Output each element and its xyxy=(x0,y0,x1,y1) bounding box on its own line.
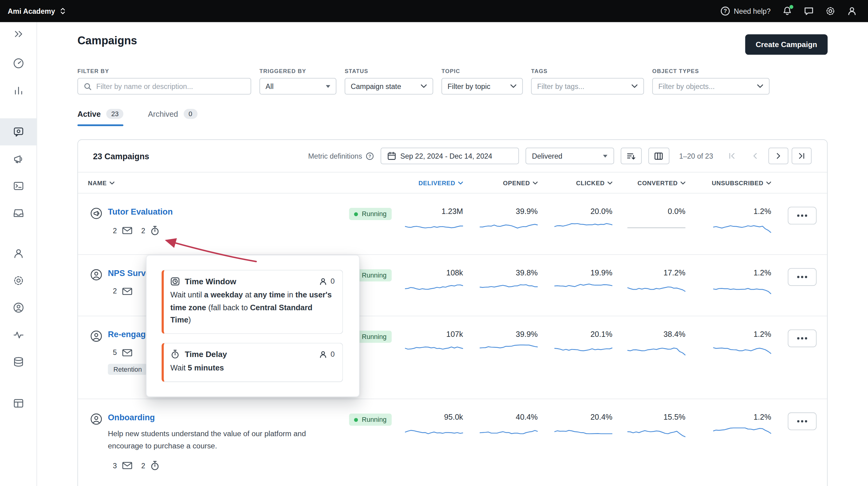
status-select[interactable]: Campaign state xyxy=(345,78,433,94)
email-icon[interactable] xyxy=(122,287,132,295)
tags-select[interactable]: Filter by tags... xyxy=(531,78,644,94)
metric-definitions-link[interactable]: Metric definitions ? xyxy=(308,152,374,160)
user-icon[interactable] xyxy=(847,6,857,16)
database-icon xyxy=(12,356,24,368)
column-header-converted[interactable]: CONVERTED xyxy=(612,180,685,186)
sidebar-expand-button[interactable] xyxy=(0,22,37,45)
triggered-by-select[interactable]: All xyxy=(259,78,336,94)
date-range-value: Sep 22, 2024 - Dec 14, 2024 xyxy=(400,152,492,160)
campaign-type-icon xyxy=(90,413,102,425)
svg-text:?: ? xyxy=(723,8,727,14)
status-cell: Running xyxy=(349,412,391,425)
chevron-left-icon xyxy=(751,152,760,160)
time-delay-icon xyxy=(170,349,180,359)
table-header-row: NAME DELIVERED OPENED CLICKED CONVE xyxy=(78,172,827,193)
previous-page-button[interactable] xyxy=(745,148,765,164)
sidebar-item-objects[interactable] xyxy=(0,349,37,376)
delay-count: 2 xyxy=(141,226,145,235)
person-circle-icon xyxy=(12,302,24,314)
page-title: Campaigns xyxy=(78,34,137,47)
opened-value: 39.9% xyxy=(516,207,538,216)
campaigns-icon xyxy=(12,126,24,137)
sidebar-item-people[interactable] xyxy=(0,240,37,267)
time-window-title: Time Window xyxy=(185,277,236,286)
topic-label: TOPIC xyxy=(441,68,523,74)
column-header-delivered[interactable]: DELIVERED xyxy=(391,180,463,186)
chevron-first-icon xyxy=(727,152,737,160)
chevron-down-icon xyxy=(766,181,771,184)
activity-pulse-icon xyxy=(12,329,24,341)
column-settings-button[interactable] xyxy=(648,148,669,164)
email-count: 3 xyxy=(113,461,117,470)
search-filter[interactable] xyxy=(78,78,251,94)
topic-select[interactable]: Filter by topic xyxy=(441,78,523,94)
time-delay-icon[interactable] xyxy=(151,461,160,471)
triggered-by-value: All xyxy=(266,82,273,91)
tab-active[interactable]: Active 23 xyxy=(78,109,124,126)
sidebar-item-deliveries[interactable] xyxy=(0,200,37,227)
sidebar-item-campaigns[interactable] xyxy=(0,118,37,145)
sort-order-button[interactable] xyxy=(621,148,642,164)
sidebar-item-broadcasts[interactable] xyxy=(0,145,37,173)
email-icon[interactable] xyxy=(122,462,132,469)
campaigns-table-card: 23 Campaigns Metric definitions ? Sep 22… xyxy=(78,139,828,486)
converted-value: 17.2% xyxy=(663,268,685,277)
gear-icon[interactable] xyxy=(826,6,836,16)
row-actions-button[interactable] xyxy=(788,329,817,347)
campaign-description: Help new students understand the value o… xyxy=(108,428,330,452)
date-range-picker[interactable]: Sep 22, 2024 - Dec 14, 2024 xyxy=(380,148,519,164)
chevron-down-icon xyxy=(631,84,638,88)
sidebar-item-segments[interactable] xyxy=(0,267,37,294)
campaign-type-icon xyxy=(90,269,102,281)
unsubscribed-value: 1.2% xyxy=(754,329,771,338)
column-header-opened[interactable]: OPENED xyxy=(463,180,538,186)
row-actions-button[interactable] xyxy=(788,207,817,224)
delivered-value: 108k xyxy=(446,268,463,277)
create-campaign-button[interactable]: Create Campaign xyxy=(745,34,828,55)
svg-text:?: ? xyxy=(368,153,371,158)
object-types-select[interactable]: Filter by objects... xyxy=(652,78,770,94)
converted-value: 0.0% xyxy=(668,207,685,216)
next-page-button[interactable] xyxy=(768,148,788,164)
campaign-name-link[interactable]: Tutor Evaluation xyxy=(108,207,173,216)
person-icon xyxy=(320,277,327,285)
time-window-icon xyxy=(170,276,180,286)
search-icon xyxy=(84,82,92,91)
sidebar-item-data-index[interactable] xyxy=(0,390,37,417)
sparkline xyxy=(479,281,538,294)
sparkline xyxy=(554,281,612,294)
metric-select[interactable]: Delivered xyxy=(525,148,614,164)
tab-archived-label: Archived xyxy=(148,109,178,118)
inbox-icon xyxy=(12,207,24,219)
need-help-link[interactable]: ? Need help? xyxy=(720,6,771,16)
sidebar-item-metrics[interactable] xyxy=(0,77,37,104)
notifications-button[interactable] xyxy=(782,6,793,16)
email-icon[interactable] xyxy=(122,349,132,356)
tab-archived[interactable]: Archived 0 xyxy=(148,109,197,126)
sidebar-item-subscribers[interactable] xyxy=(0,294,37,321)
need-help-label: Need help? xyxy=(734,7,770,15)
last-page-button[interactable] xyxy=(792,148,811,164)
campaign-name-link[interactable]: Onboarding xyxy=(108,412,155,422)
column-header-clicked[interactable]: CLICKED xyxy=(538,180,612,186)
sidebar-item-transactional[interactable] xyxy=(0,172,37,200)
tags-value: Filter by tags... xyxy=(537,82,584,91)
person-icon xyxy=(12,248,24,259)
sparkline xyxy=(405,342,463,355)
sidebar-item-activity[interactable] xyxy=(0,321,37,349)
workspace-switcher[interactable]: Ami Academy xyxy=(8,7,65,15)
email-icon[interactable] xyxy=(122,227,132,234)
column-header-name[interactable]: NAME xyxy=(88,180,349,186)
row-actions-button[interactable] xyxy=(788,412,817,430)
column-header-unsubscribed[interactable]: UNSUBSCRIBED xyxy=(685,180,771,186)
sparkline xyxy=(479,342,538,355)
chat-icon[interactable] xyxy=(804,6,814,16)
opened-value: 40.4% xyxy=(516,412,538,421)
time-delay-icon[interactable] xyxy=(151,226,160,236)
search-input[interactable] xyxy=(96,82,245,91)
table-columns-icon xyxy=(654,151,663,161)
sidebar-item-dashboards[interactable] xyxy=(0,50,37,77)
chevron-down-icon xyxy=(458,181,463,184)
row-actions-button[interactable] xyxy=(788,268,817,286)
first-page-button[interactable] xyxy=(722,148,742,164)
